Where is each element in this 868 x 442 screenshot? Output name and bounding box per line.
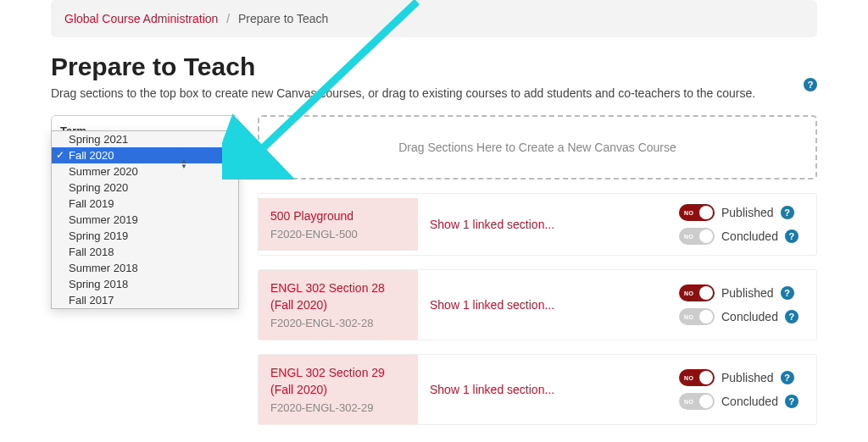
toggle-knob xyxy=(699,310,713,323)
linked-sections-link[interactable]: Show 1 linked section... xyxy=(418,288,672,322)
page-help-icon[interactable]: ? xyxy=(804,78,817,91)
published-label: Published xyxy=(721,371,774,384)
course-card[interactable]: 500 Playground F2020-ENGL-500 Show 1 lin… xyxy=(258,193,817,256)
published-label: Published xyxy=(721,286,774,300)
term-option[interactable]: Spring 2020 xyxy=(52,180,238,196)
breadcrumb: Global Course Administration / Prepare t… xyxy=(51,0,817,37)
linked-sections-link[interactable]: Show 1 linked section... xyxy=(418,207,672,241)
term-filter-panel: Term Spring 2021 Fall 2020 Summer 2020 S… xyxy=(51,115,239,425)
published-help-icon[interactable]: ? xyxy=(781,371,794,384)
course-card[interactable]: ENGL 302 Section 29 (Fall 2020) F2020-EN… xyxy=(258,354,817,425)
term-option[interactable]: Summer 2018 xyxy=(52,260,238,276)
published-help-icon[interactable]: ? xyxy=(781,206,794,219)
course-title[interactable]: 500 Playground xyxy=(270,208,406,225)
term-dropdown[interactable]: Spring 2021 Fall 2020 Summer 2020 Spring… xyxy=(51,130,239,309)
term-option[interactable]: Fall 2019 xyxy=(52,196,238,212)
courses-panel: Drag Sections Here to Create a New Canva… xyxy=(258,115,817,425)
toggle-no-label: NO xyxy=(684,399,694,405)
course-info: ENGL 302 Section 28 (Fall 2020) F2020-EN… xyxy=(259,270,418,340)
term-option[interactable]: Spring 2019 xyxy=(52,228,238,244)
course-title[interactable]: ENGL 302 Section 28 (Fall 2020) xyxy=(270,280,406,313)
course-card[interactable]: ENGL 302 Section 28 (Fall 2020) F2020-EN… xyxy=(258,269,817,340)
breadcrumb-current: Prepare to Teach xyxy=(238,12,328,25)
concluded-help-icon[interactable]: ? xyxy=(785,310,798,323)
published-toggle[interactable]: NO xyxy=(679,285,715,301)
published-toggle[interactable]: NO xyxy=(679,369,715,386)
page-title: Prepare to Teach xyxy=(51,52,255,81)
term-option-selected[interactable]: Fall 2020 xyxy=(52,147,238,163)
course-code: F2020-ENGL-500 xyxy=(270,228,406,240)
term-option[interactable]: Summer 2020 xyxy=(52,163,238,180)
concluded-label: Concluded xyxy=(721,395,778,408)
course-info: 500 Playground F2020-ENGL-500 xyxy=(259,198,418,251)
toggle-no-label: NO xyxy=(684,375,694,381)
linked-sections-link[interactable]: Show 1 linked section... xyxy=(418,373,672,406)
concluded-help-icon[interactable]: ? xyxy=(785,229,798,243)
term-option[interactable]: Summer 2019 xyxy=(52,212,238,228)
select-caret-icon: ▲▼ xyxy=(181,159,187,169)
toggle-no-label: NO xyxy=(684,210,694,216)
concluded-label: Concluded xyxy=(721,310,778,323)
published-toggle[interactable]: NO xyxy=(679,204,715,221)
toggle-knob xyxy=(699,395,713,408)
toggle-knob xyxy=(699,286,713,300)
course-title[interactable]: ENGL 302 Section 29 (Fall 2020) xyxy=(270,365,406,398)
breadcrumb-separator: / xyxy=(226,12,230,25)
concluded-label: Concluded xyxy=(721,229,778,243)
concluded-toggle[interactable]: NO xyxy=(679,393,715,410)
term-option[interactable]: Fall 2017 xyxy=(52,292,238,308)
toggle-no-label: NO xyxy=(684,290,694,296)
toggle-no-label: NO xyxy=(684,234,694,240)
toggle-knob xyxy=(699,371,713,384)
concluded-toggle[interactable]: NO xyxy=(679,228,715,245)
course-code: F2020-ENGL-302-28 xyxy=(270,317,406,329)
breadcrumb-root-link[interactable]: Global Course Administration xyxy=(64,12,218,25)
term-option[interactable]: Fall 2018 xyxy=(52,244,238,260)
published-help-icon[interactable]: ? xyxy=(781,286,794,300)
toggle-knob xyxy=(699,206,713,219)
term-option[interactable]: Spring 2021 xyxy=(52,131,238,147)
concluded-help-icon[interactable]: ? xyxy=(785,395,798,408)
course-code: F2020-ENGL-302-29 xyxy=(270,401,406,414)
page-subtitle: Drag sections to the top box to create n… xyxy=(51,86,817,100)
toggle-knob xyxy=(699,229,713,243)
term-option[interactable]: Spring 2018 xyxy=(52,276,238,292)
course-info: ENGL 302 Section 29 (Fall 2020) F2020-EN… xyxy=(259,355,418,424)
toggle-no-label: NO xyxy=(684,314,694,320)
concluded-toggle[interactable]: NO xyxy=(679,308,715,325)
create-course-drop-zone[interactable]: Drag Sections Here to Create a New Canva… xyxy=(258,115,817,180)
published-label: Published xyxy=(721,206,774,219)
